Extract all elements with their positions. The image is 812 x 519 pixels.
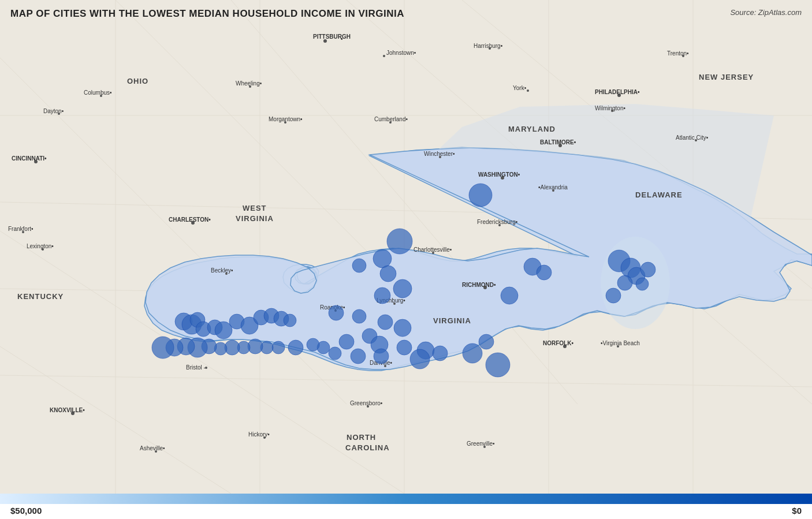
svg-text:Fredericksburg•: Fredericksburg• bbox=[477, 219, 518, 225]
svg-point-97 bbox=[393, 279, 412, 298]
svg-text:Morgantown•: Morgantown• bbox=[269, 116, 303, 122]
svg-text:Wheeling•: Wheeling• bbox=[236, 80, 262, 87]
svg-text:Bristol -: Bristol - bbox=[186, 364, 206, 371]
svg-point-114 bbox=[307, 338, 319, 351]
svg-text:Hickory•: Hickory• bbox=[248, 431, 270, 438]
svg-text:WASHINGTON•: WASHINGTON• bbox=[478, 171, 520, 178]
svg-point-94 bbox=[373, 249, 392, 268]
svg-point-95 bbox=[380, 266, 396, 282]
svg-point-151 bbox=[606, 288, 621, 303]
svg-point-99 bbox=[329, 305, 344, 320]
svg-point-22 bbox=[383, 55, 385, 57]
nc-label: NORTH bbox=[347, 433, 376, 442]
svg-text:NORFOLK•: NORFOLK• bbox=[543, 340, 573, 346]
svg-point-109 bbox=[410, 349, 430, 369]
svg-point-98 bbox=[374, 287, 390, 304]
svg-point-100 bbox=[352, 309, 366, 323]
svg-text:Trenton•: Trenton• bbox=[667, 50, 689, 57]
svg-point-111 bbox=[351, 349, 366, 364]
svg-text:BALTIMORE•: BALTIMORE• bbox=[540, 139, 576, 145]
svg-point-32 bbox=[527, 89, 529, 92]
svg-point-139 bbox=[463, 343, 482, 363]
svg-point-101 bbox=[378, 315, 393, 330]
svg-point-112 bbox=[329, 347, 341, 360]
nc-label2: CAROLINA bbox=[345, 443, 390, 452]
svg-point-138 bbox=[284, 314, 296, 327]
svg-text:Lexington•: Lexington• bbox=[27, 243, 54, 249]
svg-point-150 bbox=[640, 262, 655, 277]
svg-point-141 bbox=[479, 334, 494, 349]
svg-text:KNOXVILLE•: KNOXVILLE• bbox=[50, 407, 85, 413]
source-label: Source: ZipAtlas.com bbox=[730, 8, 802, 17]
svg-point-92 bbox=[469, 184, 492, 207]
wv-label: WEST bbox=[243, 204, 267, 212]
svg-text:RICHMOND•: RICHMOND• bbox=[462, 282, 496, 288]
nj-label: NEW JERSEY bbox=[699, 73, 754, 81]
svg-text:Cumberland•: Cumberland• bbox=[374, 116, 408, 122]
svg-text:York•: York• bbox=[513, 85, 527, 91]
svg-point-106 bbox=[397, 340, 412, 355]
svg-text:Johnstown•: Johnstown• bbox=[386, 50, 416, 56]
legend: $50,000 $0 bbox=[0, 494, 812, 519]
svg-text:•: • bbox=[341, 36, 343, 42]
legend-gradient-bar bbox=[0, 494, 812, 504]
svg-text:CINCINNATI•: CINCINNATI• bbox=[12, 155, 47, 162]
svg-point-104 bbox=[339, 334, 354, 349]
svg-point-93 bbox=[387, 229, 412, 254]
de-label: DELAWARE bbox=[635, 191, 683, 199]
svg-point-96 bbox=[352, 259, 366, 272]
legend-low-value: $50,000 bbox=[10, 506, 42, 516]
svg-point-144 bbox=[537, 265, 552, 280]
svg-point-102 bbox=[394, 319, 411, 337]
svg-text:Dayton•: Dayton• bbox=[43, 108, 64, 114]
svg-point-126 bbox=[152, 337, 174, 359]
svg-point-140 bbox=[486, 353, 510, 377]
svg-text:PHILADELPHIA•: PHILADELPHIA• bbox=[595, 89, 640, 95]
svg-text:Asheville•: Asheville• bbox=[140, 445, 165, 451]
svg-text:Beckley•: Beckley• bbox=[211, 267, 233, 274]
svg-point-132 bbox=[215, 322, 232, 339]
svg-text:•Alexandria: •Alexandria bbox=[538, 184, 568, 191]
wv-label2: VIRGINIA bbox=[236, 214, 274, 223]
svg-text:Frankfort•: Frankfort• bbox=[8, 226, 33, 232]
svg-point-115 bbox=[288, 340, 303, 355]
svg-point-142 bbox=[501, 287, 518, 304]
svg-text:PITTSBURGH: PITTSBURGH bbox=[313, 33, 351, 40]
svg-point-108 bbox=[433, 346, 448, 361]
svg-text:Winchester•: Winchester• bbox=[424, 151, 455, 157]
page-title: MAP OF CITIES WITH THE LOWEST MEDIAN HOU… bbox=[10, 8, 404, 20]
svg-text:Wilmington•: Wilmington• bbox=[595, 105, 625, 111]
svg-text:Greensboro•: Greensboro• bbox=[350, 400, 383, 406]
svg-point-149 bbox=[636, 278, 649, 290]
map-container: OHIO WEST VIRGINIA KENTUCKY NORTH CAROLI… bbox=[0, 0, 812, 494]
ky-label: KENTUCKY bbox=[17, 292, 64, 301]
svg-text:CHARLESTON•: CHARLESTON• bbox=[169, 216, 211, 223]
svg-point-110 bbox=[374, 349, 389, 364]
svg-text:•Virginia Beach: •Virginia Beach bbox=[601, 340, 640, 346]
svg-point-116 bbox=[272, 341, 285, 354]
svg-text:Charlottesville•: Charlottesville• bbox=[414, 247, 452, 253]
svg-text:Harrisburg•: Harrisburg• bbox=[474, 43, 503, 49]
svg-point-148 bbox=[617, 275, 632, 290]
svg-text:Columbus•: Columbus• bbox=[84, 89, 112, 96]
svg-text:Greenville•: Greenville• bbox=[467, 440, 495, 447]
ohio-label: OHIO bbox=[127, 77, 148, 85]
va-label: VIRGINIA bbox=[433, 316, 471, 325]
legend-high-value: $0 bbox=[792, 506, 802, 516]
svg-text:Atlantic City•: Atlantic City• bbox=[676, 135, 709, 141]
md-label: MARYLAND bbox=[508, 125, 556, 133]
